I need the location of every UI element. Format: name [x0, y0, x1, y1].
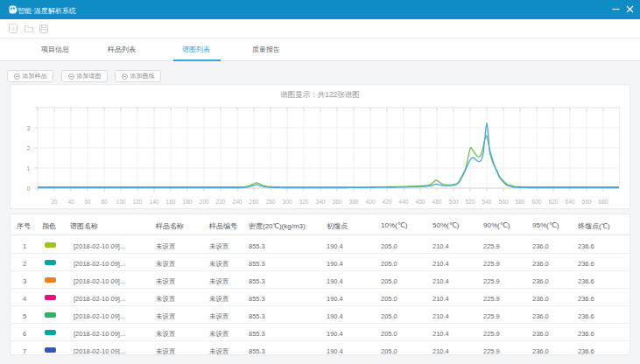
svg-text:360: 360 [333, 199, 342, 205]
svg-text:480: 480 [433, 199, 442, 205]
svg-text:280: 280 [266, 199, 276, 205]
svg-text:60: 60 [84, 199, 91, 205]
svg-text:20: 20 [51, 199, 58, 205]
svg-text:540: 540 [482, 199, 492, 205]
svg-text:180: 180 [183, 199, 193, 205]
svg-text:0: 0 [27, 186, 31, 192]
svg-text:600: 600 [532, 199, 542, 205]
svg-text:520: 520 [466, 199, 475, 205]
svg-text:340: 340 [316, 199, 326, 205]
svg-text:460: 460 [416, 199, 425, 205]
svg-text:3: 3 [27, 125, 31, 131]
svg-text:560: 560 [499, 199, 509, 205]
svg-text:320: 320 [299, 199, 309, 205]
svg-text:440: 440 [399, 199, 409, 205]
svg-text:240: 240 [233, 199, 243, 205]
svg-text:420: 420 [383, 199, 392, 205]
svg-text:200: 200 [200, 199, 209, 205]
svg-text:640: 640 [566, 199, 575, 205]
svg-text:220: 220 [216, 199, 226, 205]
svg-text:580: 580 [516, 199, 525, 205]
svg-text:2: 2 [27, 145, 31, 151]
svg-text:260: 260 [250, 199, 259, 205]
svg-text:1: 1 [27, 165, 31, 172]
svg-text:100: 100 [116, 199, 126, 205]
svg-text:400: 400 [366, 199, 376, 205]
svg-text:300: 300 [283, 199, 292, 205]
svg-text:620: 620 [549, 199, 559, 205]
svg-text:680: 680 [599, 199, 608, 205]
svg-text:140: 140 [150, 199, 159, 205]
svg-text:380: 380 [349, 199, 359, 205]
svg-text:80: 80 [101, 199, 108, 205]
svg-text:40: 40 [67, 199, 74, 205]
svg-text:160: 160 [166, 199, 176, 205]
svg-text:500: 500 [449, 199, 459, 205]
svg-text:120: 120 [133, 199, 143, 205]
svg-text:660: 660 [582, 199, 592, 205]
